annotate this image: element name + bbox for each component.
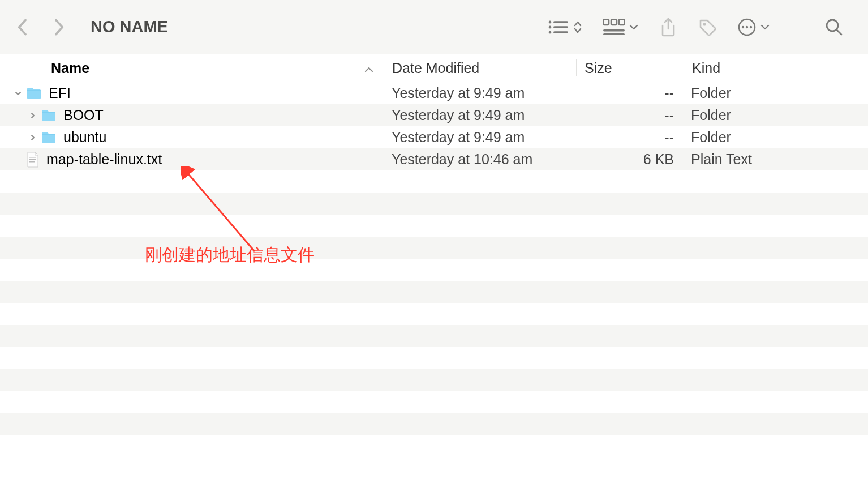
folder-icon-wrap bbox=[41, 109, 63, 122]
svg-rect-18 bbox=[29, 159, 36, 160]
cell-size: -- bbox=[576, 129, 683, 146]
cell-name: BOOT bbox=[0, 107, 384, 123]
cell-size: -- bbox=[576, 107, 683, 123]
svg-point-15 bbox=[750, 25, 752, 28]
svg-point-4 bbox=[549, 31, 552, 33]
search-button[interactable] bbox=[825, 18, 843, 36]
svg-rect-8 bbox=[619, 19, 625, 25]
empty-row bbox=[0, 193, 868, 215]
chevron-down-icon bbox=[760, 24, 770, 31]
folder-icon bbox=[26, 87, 42, 100]
svg-rect-7 bbox=[611, 19, 617, 25]
empty-row bbox=[0, 435, 868, 457]
cell-name: EFI bbox=[0, 85, 384, 101]
svg-rect-9 bbox=[603, 29, 625, 31]
file-list: EFIYesterday at 9:49 am--FolderBOOTYeste… bbox=[0, 82, 868, 457]
group-by-button[interactable] bbox=[603, 19, 638, 35]
svg-point-14 bbox=[746, 25, 748, 28]
chevron-right-icon bbox=[53, 19, 65, 36]
cell-date: Yesterday at 9:49 am bbox=[384, 107, 576, 123]
cell-date: Yesterday at 9:49 am bbox=[384, 129, 576, 146]
share-icon bbox=[660, 18, 677, 37]
folder-icon bbox=[41, 131, 57, 144]
cell-date: Yesterday at 9:49 am bbox=[384, 85, 576, 101]
file-row[interactable]: EFIYesterday at 9:49 am--Folder bbox=[0, 82, 868, 104]
view-options-button[interactable] bbox=[548, 20, 582, 35]
empty-row bbox=[0, 170, 868, 193]
svg-rect-19 bbox=[29, 161, 35, 163]
svg-point-13 bbox=[742, 25, 744, 28]
cell-kind: Folder bbox=[683, 107, 868, 123]
tags-button[interactable] bbox=[698, 18, 716, 36]
cell-kind: Folder bbox=[683, 129, 868, 146]
empty-row bbox=[0, 281, 868, 303]
disclosure-triangle bbox=[14, 155, 23, 164]
file-icon-wrap bbox=[26, 152, 46, 168]
empty-row bbox=[0, 347, 868, 369]
share-button[interactable] bbox=[660, 18, 677, 37]
empty-row bbox=[0, 259, 868, 281]
disclosure-triangle[interactable] bbox=[28, 111, 37, 120]
empty-row bbox=[0, 391, 868, 413]
more-actions-button[interactable] bbox=[738, 18, 770, 36]
search-icon bbox=[825, 18, 843, 36]
cell-size: -- bbox=[576, 85, 683, 101]
group-icon bbox=[603, 19, 625, 35]
cell-kind: Plain Text bbox=[683, 151, 868, 168]
column-header-size[interactable]: Size bbox=[577, 60, 684, 76]
empty-row bbox=[0, 413, 868, 435]
forward-button[interactable] bbox=[48, 16, 70, 39]
annotation-text: 刚创建的地址信息文件 bbox=[145, 243, 315, 267]
folder-icon-wrap bbox=[41, 131, 63, 144]
svg-rect-1 bbox=[553, 21, 568, 23]
file-row[interactable]: map-table-linux.txtYesterday at 10:46 am… bbox=[0, 148, 868, 170]
svg-point-2 bbox=[549, 25, 552, 28]
column-header-kind[interactable]: Kind bbox=[684, 60, 868, 76]
column-header-date[interactable]: Date Modified bbox=[384, 60, 576, 76]
list-view-icon bbox=[548, 20, 568, 35]
disclosure-triangle[interactable] bbox=[14, 89, 23, 98]
cell-kind: Folder bbox=[683, 85, 868, 101]
toolbar: NO NAME bbox=[0, 0, 868, 54]
file-name: BOOT bbox=[63, 107, 104, 123]
svg-point-0 bbox=[549, 20, 552, 23]
folder-icon bbox=[41, 109, 57, 122]
svg-point-11 bbox=[703, 23, 706, 25]
svg-rect-17 bbox=[29, 157, 36, 158]
up-down-chevron-icon bbox=[574, 21, 582, 33]
file-name: map-table-linux.txt bbox=[46, 151, 162, 168]
empty-row bbox=[0, 237, 868, 259]
tag-icon bbox=[698, 18, 716, 36]
chevron-left-icon bbox=[16, 19, 29, 36]
svg-point-16 bbox=[827, 20, 838, 31]
text-file-icon bbox=[26, 152, 40, 168]
empty-row bbox=[0, 215, 868, 237]
chevron-up-icon bbox=[364, 66, 373, 73]
empty-row bbox=[0, 303, 868, 325]
cell-name: map-table-linux.txt bbox=[0, 151, 384, 168]
svg-rect-3 bbox=[553, 26, 568, 28]
disclosure-triangle[interactable] bbox=[28, 133, 37, 142]
chevron-down-icon bbox=[629, 24, 638, 31]
folder-icon-wrap bbox=[26, 87, 49, 100]
cell-date: Yesterday at 10:46 am bbox=[384, 151, 576, 168]
window-title: NO NAME bbox=[91, 18, 168, 36]
cell-name: ubuntu bbox=[0, 129, 384, 146]
empty-row bbox=[0, 369, 868, 391]
svg-rect-10 bbox=[603, 33, 625, 35]
file-name: EFI bbox=[49, 85, 71, 101]
column-header-name-label: Name bbox=[51, 60, 89, 76]
back-button[interactable] bbox=[11, 16, 34, 39]
svg-rect-6 bbox=[603, 19, 609, 25]
file-row[interactable]: ubuntuYesterday at 9:49 am--Folder bbox=[0, 126, 868, 148]
file-row[interactable]: BOOTYesterday at 9:49 am--Folder bbox=[0, 104, 868, 126]
cell-size: 6 KB bbox=[576, 151, 683, 168]
empty-row bbox=[0, 325, 868, 347]
file-name: ubuntu bbox=[63, 129, 106, 146]
column-header-name[interactable]: Name bbox=[0, 60, 384, 76]
svg-rect-5 bbox=[553, 31, 568, 33]
ellipsis-circle-icon bbox=[738, 18, 756, 36]
column-header-row: Name Date Modified Size Kind bbox=[0, 54, 868, 82]
nav-buttons bbox=[11, 16, 70, 39]
toolbar-actions bbox=[548, 18, 857, 37]
